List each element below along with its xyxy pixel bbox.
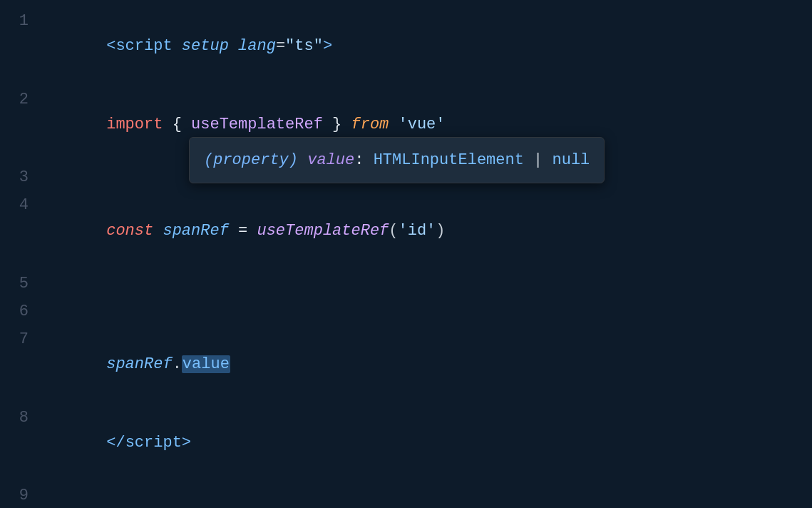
line-number-9: 9 <box>0 483 50 508</box>
tooltip-space <box>298 151 307 169</box>
line-number-1: 1 <box>0 9 50 34</box>
code-content-4: const spanRef = useTemplateRef('id') <box>50 193 812 268</box>
space: = <box>229 222 257 240</box>
code-line-6: 6 <box>0 298 812 325</box>
fn-useTemplateRef: useTemplateRef <box>191 116 323 133</box>
code-line-9: 9 <box>0 482 812 508</box>
tooltip-property-keyword: (property) <box>204 151 298 169</box>
code-editor: 1 <script setup lang="ts"> 2 import { us… <box>0 0 812 508</box>
line-number-4: 4 <box>0 193 50 218</box>
attr-lang: lang <box>229 37 276 55</box>
space <box>389 116 398 133</box>
code-line-7: 7 spanRef.value <box>0 325 812 404</box>
attr-setup: setup <box>173 37 229 55</box>
code-content-1: <script setup lang="ts"> <box>50 9 812 84</box>
code-content-6 <box>50 299 812 324</box>
tag-close-angle: > <box>323 37 332 55</box>
tooltip-null: null <box>553 151 590 169</box>
paren-close: ) <box>436 222 445 240</box>
tag-open: < <box>106 37 115 55</box>
equals: = <box>276 37 285 55</box>
tooltip-type-html: HTMLInputElement <box>374 151 524 169</box>
line-number-8: 8 <box>0 405 50 430</box>
hover-tooltip: (property) value: HTMLInputElement | nul… <box>189 137 605 183</box>
code-line-5: 5 <box>0 270 812 298</box>
tooltip-pipe: | <box>524 151 553 169</box>
tooltip-value-label: value <box>307 151 354 169</box>
var-spanRef: spanRef <box>163 222 228 240</box>
code-line-1: 1 <script setup lang="ts"> <box>0 7 812 86</box>
brace-open: { <box>163 116 191 133</box>
brace-close: } <box>323 116 351 133</box>
code-content-9 <box>50 483 812 508</box>
code-line-4: 4 const spanRef = useTemplateRef('id') <box>0 191 812 270</box>
code-content-7: spanRef.value <box>50 327 812 402</box>
string-ts: "ts" <box>285 37 323 55</box>
paren-open: ( <box>389 222 398 240</box>
tag-name-script-close: script <box>125 434 182 452</box>
keyword-const: const <box>106 222 153 240</box>
tag-close-angle: > <box>182 434 191 452</box>
string-id: 'id' <box>399 222 436 240</box>
line-number-3: 3 <box>0 165 50 190</box>
keyword-from: from <box>351 116 389 133</box>
line-number-7: 7 <box>0 327 50 352</box>
code-content-5 <box>50 271 812 296</box>
string-vue: 'vue' <box>399 116 446 133</box>
tooltip-colon: : <box>354 151 373 169</box>
property-value-highlighted: value <box>182 355 230 373</box>
line-number-5: 5 <box>0 271 50 296</box>
fn-call-useTemplateRef: useTemplateRef <box>257 222 389 240</box>
keyword-import: import <box>106 116 163 133</box>
code-content-8: </script> <box>50 405 812 481</box>
code-line-8: 8 </script> <box>0 404 812 482</box>
space <box>153 222 163 240</box>
tag-close-script-open: </ <box>106 434 125 452</box>
var-spanRef-ref: spanRef <box>106 355 172 373</box>
line-number-6: 6 <box>0 299 50 324</box>
line-number-2: 2 <box>0 87 50 112</box>
tag-name-script: script <box>115 37 172 55</box>
dot: . <box>173 355 182 373</box>
